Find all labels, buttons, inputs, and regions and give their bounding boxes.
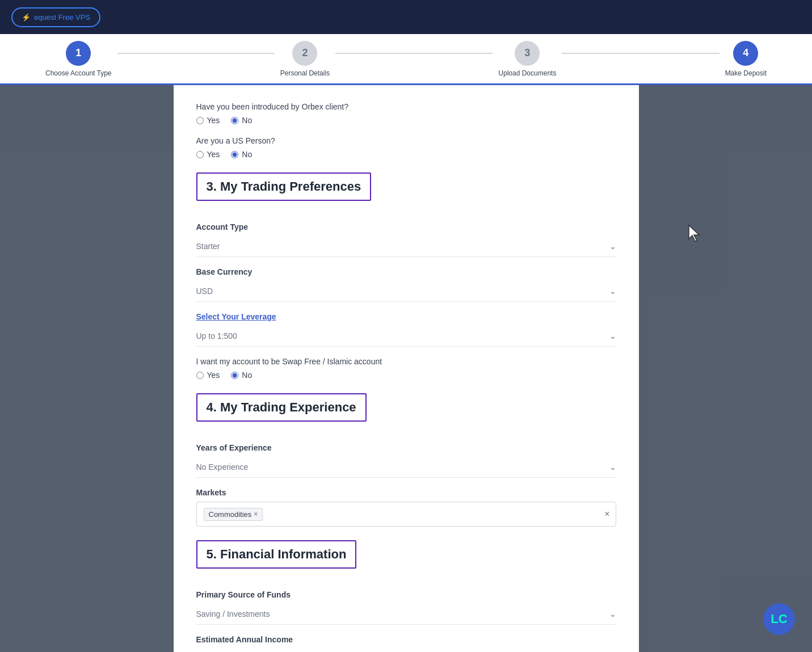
- leverage-link[interactable]: Select Your Leverage: [196, 312, 276, 321]
- step-connector-1: [117, 53, 275, 54]
- vps-button-label: equest Free VPS: [34, 13, 90, 22]
- tags-clear-icon[interactable]: ×: [604, 509, 609, 519]
- annual-income-label: Estimated Annual Income: [196, 635, 616, 644]
- orbex-no-option[interactable]: No: [231, 116, 252, 125]
- base-currency-dropdown[interactable]: USD ⌄: [196, 281, 616, 302]
- years-experience-field: Years of Experience No Experience ⌄: [196, 443, 616, 478]
- orbex-yes-label: Yes: [207, 116, 220, 125]
- step-4-circle: 4: [733, 41, 758, 66]
- leverage-chevron-icon: ⌄: [609, 331, 616, 340]
- years-experience-dropdown[interactable]: No Experience ⌄: [196, 457, 616, 478]
- swap-no-label: No: [242, 371, 252, 380]
- orbex-yes-option[interactable]: Yes: [196, 116, 220, 125]
- primary-source-field: Primary Source of Funds Saving / Investm…: [196, 590, 616, 625]
- step-3-label: Upload Documents: [498, 69, 556, 77]
- section-3-header: 3. My Trading Preferences: [196, 173, 372, 201]
- commodities-tag-remove-icon[interactable]: ×: [254, 510, 258, 518]
- swap-yes-label: Yes: [207, 371, 220, 380]
- step-1-label: Choose Account Type: [45, 69, 112, 77]
- us-yes-option[interactable]: Yes: [196, 150, 220, 159]
- primary-source-chevron-icon: ⌄: [609, 609, 616, 619]
- progress-bar: 1 Choose Account Type 2 Personal Details…: [0, 34, 812, 85]
- years-experience-value: No Experience: [196, 462, 249, 472]
- leverage-value: Up to 1:500: [196, 331, 237, 340]
- step-2-circle: 2: [292, 41, 317, 66]
- us-yes-radio[interactable]: [196, 151, 204, 158]
- step-1-circle: 1: [66, 41, 91, 66]
- account-type-chevron-icon: ⌄: [609, 242, 616, 251]
- top-bar: ⚡ equest Free VPS: [0, 0, 812, 34]
- swap-free-radio-group: Yes No: [196, 371, 616, 380]
- orbex-yes-radio[interactable]: [196, 117, 204, 124]
- vps-icon: ⚡: [22, 13, 31, 22]
- step-connector-2: [335, 53, 493, 54]
- swap-yes-option[interactable]: Yes: [196, 371, 220, 380]
- annual-income-dropdown[interactable]: 25,000 - 49,999 ⌄: [196, 649, 616, 652]
- step-3[interactable]: 3 Upload Documents: [498, 41, 556, 77]
- commodities-tag-label: Commodities: [209, 510, 252, 519]
- us-person-question: Are you a US Person?: [196, 136, 616, 145]
- base-currency-chevron-icon: ⌄: [609, 287, 616, 296]
- step-2[interactable]: 2 Personal Details: [280, 41, 330, 77]
- section-5-title: 5. Financial Information: [207, 547, 347, 561]
- swap-no-radio[interactable]: [231, 372, 238, 379]
- step-4-label: Make Deposit: [725, 69, 767, 77]
- step-connector-3: [562, 53, 719, 54]
- orbex-question: Have you been introduced by Orbex client…: [196, 102, 616, 111]
- step-1[interactable]: 1 Choose Account Type: [45, 41, 112, 77]
- markets-field: Markets Commodities × ×: [196, 488, 616, 527]
- vps-button[interactable]: ⚡ equest Free VPS: [11, 7, 100, 27]
- swap-free-question: I want my account to be Swap Free / Isla…: [196, 357, 616, 366]
- orbex-no-label: No: [242, 116, 252, 125]
- modal-content: Have you been introduced by Orbex client…: [174, 85, 639, 652]
- section-4-title: 4. My Trading Experience: [207, 400, 356, 414]
- step-2-label: Personal Details: [280, 69, 330, 77]
- swap-no-option[interactable]: No: [231, 371, 252, 380]
- us-no-radio[interactable]: [231, 151, 238, 158]
- swap-free-field: I want my account to be Swap Free / Isla…: [196, 357, 616, 380]
- account-type-dropdown[interactable]: Starter ⌄: [196, 236, 616, 257]
- base-currency-label: Base Currency: [196, 267, 616, 276]
- us-yes-label: Yes: [207, 150, 220, 159]
- commodities-tag[interactable]: Commodities ×: [204, 508, 263, 521]
- orbex-radio-group: Yes No: [196, 116, 616, 125]
- section-4-header: 4. My Trading Experience: [196, 393, 367, 422]
- leverage-dropdown[interactable]: Up to 1:500 ⌄: [196, 326, 616, 347]
- annual-income-field: Estimated Annual Income 25,000 - 49,999 …: [196, 635, 616, 652]
- leverage-field: Select Your Leverage Up to 1:500 ⌄: [196, 312, 616, 347]
- swap-yes-radio[interactable]: [196, 372, 204, 379]
- chat-icon-label: LC: [771, 612, 787, 626]
- section-3-title: 3. My Trading Preferences: [207, 179, 361, 194]
- primary-source-dropdown[interactable]: Saving / Investments ⌄: [196, 604, 616, 625]
- us-no-option[interactable]: No: [231, 150, 252, 159]
- orbex-no-radio[interactable]: [231, 117, 238, 124]
- account-type-value: Starter: [196, 242, 220, 251]
- section-5-header: 5. Financial Information: [196, 540, 357, 569]
- chat-button[interactable]: LC: [763, 603, 795, 635]
- us-person-radio-group: Yes No: [196, 150, 616, 159]
- base-currency-value: USD: [196, 287, 213, 296]
- markets-label: Markets: [196, 488, 616, 497]
- step-3-circle: 3: [515, 41, 540, 66]
- us-no-label: No: [242, 150, 252, 159]
- years-experience-label: Years of Experience: [196, 443, 616, 452]
- base-currency-field: Base Currency USD ⌄: [196, 267, 616, 302]
- years-experience-chevron-icon: ⌄: [609, 462, 616, 472]
- account-type-field: Account Type Starter ⌄: [196, 222, 616, 257]
- primary-source-value: Saving / Investments: [196, 609, 270, 619]
- step-4[interactable]: 4 Make Deposit: [725, 41, 767, 77]
- markets-tags-container[interactable]: Commodities × ×: [196, 502, 616, 527]
- account-type-label: Account Type: [196, 222, 616, 232]
- primary-source-label: Primary Source of Funds: [196, 590, 616, 599]
